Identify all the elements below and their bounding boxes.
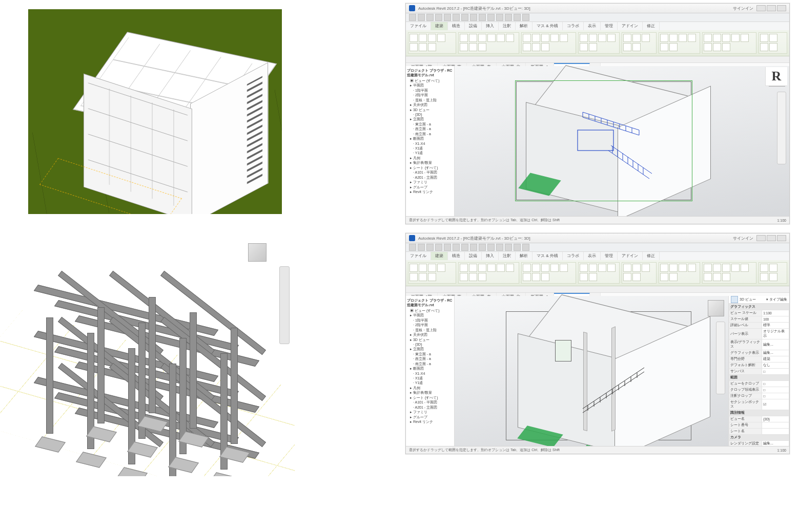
browser-node[interactable]: ▸ 断面図 [407, 136, 453, 141]
prop-value[interactable]: □ [762, 381, 789, 387]
ribbon-button[interactable] [469, 34, 477, 42]
qat-button[interactable] [426, 14, 434, 21]
ribbon-tab[interactable]: 構造 [448, 22, 465, 30]
qat-button[interactable] [470, 14, 477, 21]
close-button[interactable] [777, 235, 786, 241]
browser-node[interactable]: · 南立面 - a [407, 132, 453, 136]
prop-value[interactable] [762, 429, 789, 435]
ribbon-tab[interactable]: 表示 [584, 22, 601, 30]
qat-button[interactable] [479, 14, 486, 21]
properties-table[interactable]: グラフィックスビュー スケール1:100スケール値100詳細レベル標準パーツ表示… [729, 304, 789, 454]
ribbon-button[interactable] [506, 34, 514, 42]
browser-node[interactable]: · Y1通 [407, 380, 453, 385]
ribbon-button[interactable] [688, 34, 696, 42]
ribbon-button[interactable] [713, 43, 721, 51]
viewport-3d[interactable] [455, 66, 789, 217]
ribbon-button[interactable] [419, 34, 427, 42]
browser-node[interactable]: ▸ シート (すべて) [407, 165, 453, 170]
nav-bar[interactable] [279, 266, 290, 344]
ribbon-button[interactable] [532, 34, 540, 42]
ribbon-tab[interactable]: アドイン [618, 22, 643, 30]
browser-node[interactable]: ▸ 3D ビュー [407, 337, 453, 342]
ribbon-button[interactable] [589, 273, 597, 281]
ribbon-tab[interactable]: 構造 [448, 252, 465, 260]
ribbon-button[interactable] [550, 34, 559, 42]
ribbon-button[interactable] [731, 264, 740, 272]
ribbon-button[interactable] [679, 34, 687, 42]
browser-node[interactable]: ▸ Revit リンク [407, 419, 453, 424]
ribbon-button[interactable] [642, 264, 650, 272]
ribbon-button[interactable] [769, 273, 777, 281]
prop-value[interactable]: 編集... [762, 339, 789, 350]
viewcube-icon[interactable] [708, 300, 724, 316]
prop-value[interactable]: □ [762, 369, 789, 375]
ribbon-button[interactable] [532, 43, 540, 51]
qat-button[interactable] [426, 244, 434, 251]
ribbon-button[interactable] [469, 43, 477, 51]
ribbon-button[interactable] [669, 264, 678, 272]
nav-bar[interactable] [716, 322, 725, 394]
qat-button[interactable] [522, 244, 529, 251]
ribbon-button[interactable] [460, 34, 468, 42]
browser-node[interactable]: · 屋根・屋上階 [407, 98, 453, 102]
ribbon-tab[interactable]: コラボ [563, 22, 584, 30]
ribbon-tab[interactable]: 建築 [431, 252, 448, 260]
ribbon-button[interactable] [409, 264, 418, 272]
ribbon-button[interactable] [760, 43, 768, 51]
ribbon-button[interactable] [688, 264, 696, 272]
ribbon-button[interactable] [713, 34, 721, 42]
ribbon-button[interactable] [428, 264, 436, 272]
viewport-3d[interactable] [455, 296, 728, 446]
titlebar[interactable]: Autodesk Revit 2017.2 - [RC造建築モデル.rvt - … [406, 4, 789, 13]
ribbon-button[interactable] [428, 34, 436, 42]
ribbon-button[interactable] [469, 273, 477, 281]
browser-node[interactable]: · X1-X4 [407, 371, 453, 376]
browser-node[interactable]: ▸ シート (すべて) [407, 395, 453, 400]
browser-node[interactable]: ▸ ファミリ [407, 180, 453, 184]
ribbon-button[interactable] [469, 264, 477, 272]
ribbon-tab[interactable]: 表示 [584, 252, 601, 260]
ribbon-button[interactable] [541, 34, 549, 42]
ribbon-button[interactable] [560, 264, 568, 272]
prop-value[interactable]: ☑ [762, 399, 789, 410]
ribbon-button[interactable] [523, 43, 531, 51]
ribbon-tab[interactable]: マス & 外構 [532, 22, 563, 30]
browser-node[interactable]: ▸ 天井伏図 [407, 332, 453, 337]
ribbon-button[interactable] [760, 264, 768, 272]
viewcube-icon[interactable] [248, 243, 267, 262]
qat-button[interactable] [444, 14, 451, 21]
prop-value[interactable]: なし [762, 363, 789, 369]
ribbon-button[interactable] [669, 43, 678, 51]
maximize-button[interactable] [767, 235, 776, 241]
ribbon-button[interactable] [487, 34, 496, 42]
ribbon-button[interactable] [487, 264, 496, 272]
browser-node[interactable]: · A201 - 立面図 [407, 175, 453, 180]
user-signin[interactable]: サインイン [733, 236, 753, 241]
ribbon-button[interactable] [679, 264, 687, 272]
browser-node[interactable]: ▸ 天井伏図 [407, 102, 453, 107]
browser-node[interactable]: · 屋根・屋上階 [407, 328, 453, 332]
ribbon-button[interactable] [409, 34, 418, 42]
prop-value[interactable]: □ [762, 387, 789, 393]
ribbon-tab[interactable]: アドイン [618, 252, 643, 260]
ribbon-button[interactable] [632, 43, 641, 51]
browser-node[interactable]: ▸ グループ [407, 185, 453, 189]
ribbon-button[interactable] [419, 264, 427, 272]
qat-button[interactable] [514, 244, 521, 251]
qat-button[interactable] [496, 244, 503, 251]
ribbon-button[interactable] [760, 34, 768, 42]
ribbon-button[interactable] [532, 273, 540, 281]
qat-button[interactable] [479, 244, 486, 251]
ribbon-tab[interactable]: 管理 [601, 252, 618, 260]
ribbon-button[interactable] [623, 34, 631, 42]
qat-button[interactable] [409, 244, 416, 251]
ribbon-button[interactable] [660, 34, 668, 42]
ribbon-tab[interactable]: 修正 [643, 22, 660, 30]
ribbon-button[interactable] [660, 43, 668, 51]
browser-node[interactable]: · {3D} [407, 112, 453, 117]
ribbon-tab[interactable]: 解析 [516, 22, 532, 30]
ribbon-button[interactable] [722, 273, 730, 281]
qat-button[interactable] [453, 14, 460, 21]
ribbon-button[interactable] [460, 273, 468, 281]
maximize-button[interactable] [767, 5, 776, 11]
